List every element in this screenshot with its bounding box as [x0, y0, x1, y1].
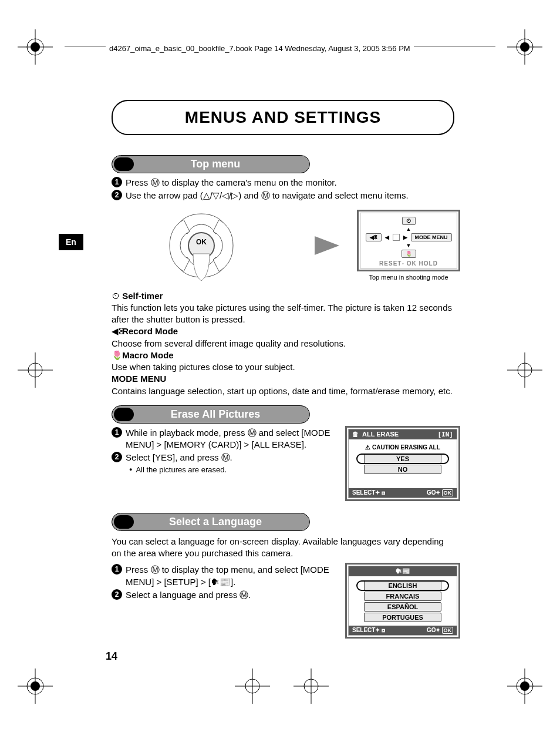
book-header: d4267_oima_e_basic_00_bookfile_7.book Pa…	[106, 44, 414, 53]
arrow-pad-illustration: OK	[166, 210, 237, 281]
section-top-menu: Top menu	[112, 155, 310, 173]
lang-opt-0: ENGLISH	[364, 581, 441, 590]
crop-mark-icon	[235, 669, 270, 704]
step-number-icon: 1	[112, 177, 122, 187]
language-tab: En	[59, 234, 83, 250]
trash-icon: 🗑	[352, 431, 359, 438]
lcd-mode-menu: MODE MENU	[411, 233, 452, 241]
step-number-icon: 2	[112, 452, 122, 462]
lang-step-2: 2 Select a language and press Ⓜ.	[112, 589, 337, 601]
erase-note: All the pictures are erased.	[129, 465, 337, 474]
crop-mark-icon	[18, 352, 53, 388]
language-icon: 🗣📰	[396, 567, 410, 575]
section-language: Select a Language	[112, 513, 310, 531]
step-text: Select [YES], and press Ⓜ.	[126, 452, 337, 463]
step-text: Select a language and press Ⓜ.	[126, 589, 337, 601]
lcd-option-no: NO	[364, 465, 441, 474]
step-number-icon: 1	[112, 427, 122, 438]
lcd-top-menu: ⏲ ▲ ◀ⵓ ◀ ▶ MODE MENU ▼ 🌷	[357, 210, 460, 271]
main-title: MENUS AND SETTINGS	[185, 108, 381, 126]
step-text: Use the arrow pad (△/▽/◁/▷) and Ⓜ to nav…	[126, 190, 460, 201]
step-number-icon: 1	[112, 564, 122, 575]
lang-opt-2: ESPAÑOL	[364, 602, 441, 612]
lang-opt-1: FRANCAIS	[364, 592, 441, 601]
erase-step-2: 2 Select [YES], and press Ⓜ.	[112, 452, 337, 463]
page-number: 14	[106, 650, 117, 663]
crop-mark-icon	[18, 669, 53, 704]
step-text: While in playback mode, press Ⓜ and sele…	[126, 427, 337, 451]
step-text: Press Ⓜ to display the camera's menu on …	[126, 177, 460, 189]
lcd-option-yes: YES	[364, 454, 441, 463]
crop-mark-icon	[507, 29, 542, 65]
lcd-erase: 🗑 ALL ERASE [IN] ⚠ CAUTION ERASING ALL Y…	[345, 426, 460, 501]
lang-opt-3: PORTUGUES	[364, 613, 441, 622]
arrow-right-icon	[315, 236, 339, 255]
lcd-footer-hint: RESET◦ OK HOLD	[360, 259, 457, 268]
lcd-language: 🗣📰 ENGLISH FRANCAIS ESPAÑOL PORTUGUES SE…	[345, 563, 460, 639]
step-number-icon: 2	[112, 589, 122, 600]
crop-mark-icon	[18, 29, 53, 65]
crop-mark-icon	[507, 669, 542, 704]
erase-step-1: 1 While in playback mode, press Ⓜ and se…	[112, 427, 337, 451]
step-2: 2 Use the arrow pad (△/▽/◁/▷) and Ⓜ to n…	[112, 190, 460, 201]
definitions: ⏲ Self-timer This function lets you take…	[112, 290, 460, 397]
section-erase: Erase All Pictures	[112, 405, 310, 424]
step-text: Press Ⓜ to display the top menu, and sel…	[126, 564, 337, 588]
main-title-box: MENUS AND SETTINGS	[112, 100, 454, 135]
svg-text:OK: OK	[196, 238, 207, 246]
caution-text: ⚠ CAUTION ERASING ALL	[352, 444, 453, 451]
crop-mark-icon	[294, 669, 329, 704]
step-number-icon: 2	[112, 190, 122, 200]
step-1: 1 Press Ⓜ to display the camera's menu o…	[112, 177, 460, 189]
lcd-quality-icon: ◀ⵓ	[366, 233, 382, 241]
language-intro: You can select a language for on-screen …	[112, 536, 454, 560]
lang-step-1: 1 Press Ⓜ to display the top menu, and s…	[112, 564, 337, 588]
crop-mark-icon	[507, 352, 542, 388]
lcd-caption: Top menu in shooting mode	[357, 274, 460, 281]
